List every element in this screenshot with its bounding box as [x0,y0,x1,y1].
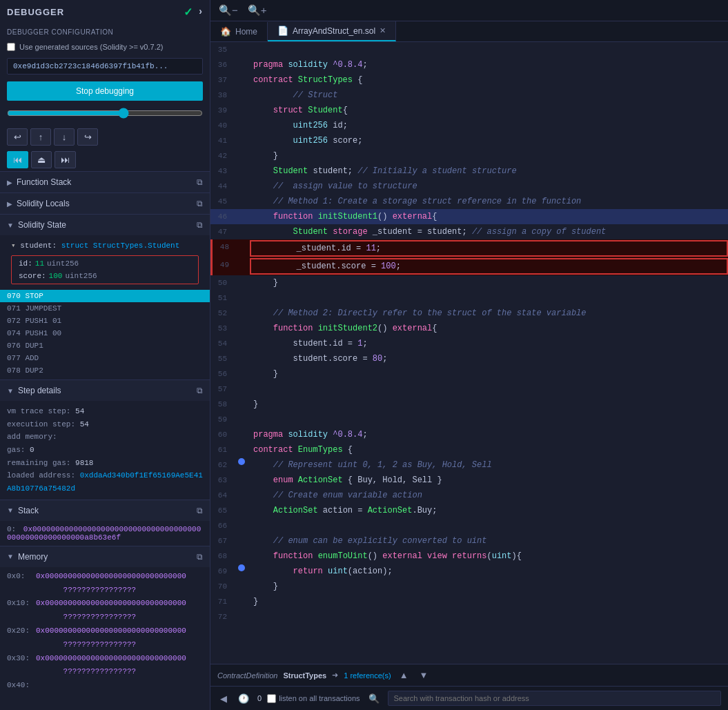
step-details-body: vm trace step: 54 execution step: 54 add… [0,401,210,500]
state-fields-box: id: 11 uint256 score: 100 uint256 [11,255,199,284]
transaction-search-input[interactable] [388,691,721,706]
code-line-68: 68 function enumToUint() external view r… [210,549,728,564]
function-stack-copy-icon[interactable]: ⧉ [197,177,203,187]
home-icon: 🏠 [220,26,231,37]
refs-label: 1 reference(s) [344,671,391,680]
debug-slider[interactable] [7,108,203,119]
code-line-61: 61 contract EnumTypes { [210,442,728,457]
stack-copy-icon[interactable]: ⧉ [197,506,203,515]
step-over-back-button[interactable]: ↑ [30,128,51,146]
code-line-71: 71 } [210,594,728,609]
code-line-53: 53 function initStudent2() external{ [210,321,728,336]
function-stack-header[interactable]: ▶ Function Stack ⧉ [0,171,210,193]
step-back-button[interactable]: ↩ [7,128,28,146]
code-line-59: 59 [210,412,728,427]
stack-header[interactable]: ▼ Stack ⧉ [0,500,210,521]
state-field-score: score: 100 uint256 [12,270,198,282]
code-line-62: 62 // Represent uint 0, 1, 2 as Buy, Hol… [210,457,728,473]
zoom-in-button[interactable]: 🔍+ [245,3,270,18]
solidity-state-copy-icon[interactable]: ⧉ [197,220,203,230]
remaining-gas-row: remaining gas: 9818 [7,457,203,470]
add-memory-row: add memory: [7,431,203,444]
code-line-69: 69 return uint(action); [210,564,728,579]
step-details-triangle: ▼ [7,387,14,395]
execution-step-row: execution step: 54 [7,418,203,431]
solidity-locals-triangle: ▶ [7,200,12,208]
function-stack-triangle: ▶ [7,179,12,186]
code-area[interactable]: 35 36 pragma solidity ^0.8.4; 37 contrac… [210,42,728,664]
memory-triangle: ▼ [7,553,14,560]
code-line-67: 67 // enum can be explicitly converted t… [210,533,728,549]
debugger-config-label: DEBUGGER CONFIGURATION [0,24,210,40]
editor-tabs: 🏠 Home 📄 ArrayAndStruct_en.sol ✕ [210,21,728,42]
tab-home[interactable]: 🏠 Home [210,22,268,41]
stack-body: 0: 0x00000000000000000000000000000000000… [0,521,210,546]
memory-label: Memory [18,552,48,562]
solidity-locals-header[interactable]: ▶ Solidity Locals ⧉ [0,193,210,214]
code-line-42: 42 } [210,148,728,164]
memory-copy-icon[interactable]: ⧉ [197,552,203,562]
stack-label: Stack [18,506,39,515]
footer-bar: ◀ 🕐 0 listen on all transactions 🔍 [210,686,728,710]
step-over-button[interactable]: ↓ [54,128,75,146]
chevron-right-icon: › [199,6,203,19]
stop-debugging-button[interactable]: Stop debugging [7,81,203,101]
code-line-40: 40 uint256 id; [210,118,728,133]
code-line-72: 72 [210,609,728,624]
code-line-55: 55 student.score = 80; [210,351,728,366]
back-button[interactable]: ◀ [217,692,230,705]
breakpoint-62[interactable] [238,458,245,465]
code-line-37: 37 contract StructTypes { [210,72,728,88]
code-line-35: 35 [210,42,728,57]
jump-last-button[interactable]: ⏭ [55,151,76,168]
memory-header[interactable]: ▼ Memory ⧉ [0,546,210,567]
gas-row: gas: 0 [7,444,203,457]
footer-counter: 0 [257,694,262,702]
step-forward-button[interactable]: ↪ [77,128,98,146]
state-field-id: id: 11 uint256 [12,257,198,270]
contract-type-label: ContractDefinition [217,671,277,680]
generated-sources-checkbox[interactable] [7,43,15,51]
opcode-row-077: 077 ADD [0,352,210,364]
code-line-44: 44 // assign value to structure [210,179,728,194]
solidity-locals-label: Solidity Locals [17,199,70,208]
address-display: 0xe9d1d3cb2723c1846d6397f1b41fb... [7,58,203,75]
opcode-row-active[interactable]: 070 STOP [0,290,210,302]
opcodes-section: 070 STOP 071 JUMPDEST 072 PUSH1 01 074 P… [0,290,210,379]
code-line-45: 45 // Method 1: Create a storage struct … [210,194,728,209]
refs-up-button[interactable]: ▲ [397,669,411,682]
loaded-address-row: loaded address: 0xddaAd340b0f1Ef65169Ae5… [7,469,203,495]
left-panel: DEBUGGER ✓ › DEBUGGER CONFIGURATION Use … [0,0,210,710]
jump-first-button[interactable]: ⏮ [7,151,28,168]
code-line-54: 54 student.id = 1; [210,336,728,351]
generated-sources-label: Use generated sources (Solidity >= v0.7.… [19,43,164,51]
listen-transactions-checkbox[interactable] [267,694,276,703]
search-icon-button[interactable]: 🔍 [366,692,382,705]
code-line-51: 51 [210,290,728,306]
jump-breakpoint-back-button[interactable]: ⏏ [31,151,52,168]
solidity-state-header[interactable]: ▼ Solidity State ⧉ [0,214,210,235]
contract-name-label: StructTypes [283,671,326,680]
mem-row-0x10: 0x10: 0x0000000000000000000000000000000 … [7,597,203,624]
code-line-39: 39 struct Student{ [210,103,728,118]
step-details-copy-icon[interactable]: ⧉ [197,386,203,395]
step-details-header[interactable]: ▼ Step details ⧉ [0,379,210,401]
tab-sol-file[interactable]: 📄 ArrayAndStruct_en.sol ✕ [268,21,396,41]
refs-down-button[interactable]: ▼ [417,669,431,682]
breakpoint-69[interactable] [238,564,245,571]
tab-home-label: Home [235,27,257,37]
memory-body: 0x0: 0x0000000000000000000000000000000 ?… [0,567,210,696]
tab-close-icon[interactable]: ✕ [380,26,386,35]
right-panel: 🔍− 🔍+ 🏠 Home 📄 ArrayAndStruct_en.sol ✕ 3… [210,0,728,710]
code-line-36: 36 pragma solidity ^0.8.4; [210,57,728,72]
controls-row2: ⏮ ⏏ ⏭ [0,148,210,171]
slider-row [0,103,210,126]
mem-row-0x20: 0x20: 0x0000000000000000000000000000000 … [7,624,203,652]
zoom-out-button[interactable]: 🔍− [216,3,241,18]
history-button[interactable]: 🕐 [235,692,252,705]
vm-trace-row: vm trace step: 54 [7,405,203,418]
code-line-60: 60 pragma solidity ^0.8.4; [210,427,728,442]
code-line-50: 50 } [210,275,728,290]
mem-row-0x40: 0x40: [7,679,203,693]
solidity-locals-copy-icon[interactable]: ⧉ [197,199,203,208]
